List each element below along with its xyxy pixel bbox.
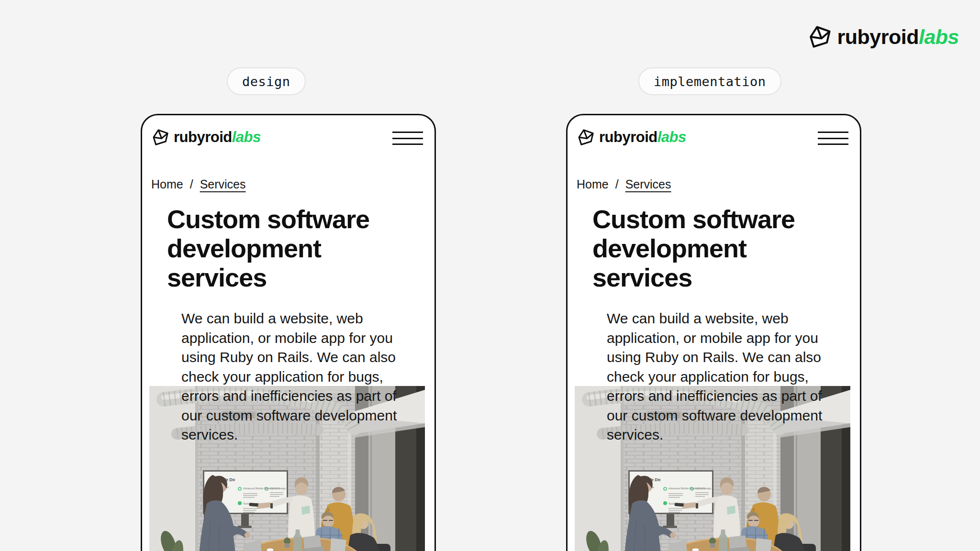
rubyroid-logo-icon <box>576 128 595 147</box>
design-label-text: design <box>242 74 290 89</box>
design-label: design <box>227 67 306 95</box>
phone-mockup-design: rubyroidlabs Home / Services Custom soft… <box>141 114 436 551</box>
breadcrumb-separator: / <box>615 177 619 191</box>
page-title: Custom software development services <box>592 205 841 292</box>
site-wordmark-black: rubyroid <box>599 129 657 145</box>
site-wordmark: rubyroidlabs <box>599 129 686 146</box>
intro-paragraph: We can build a website, web application,… <box>181 309 411 445</box>
rubyroid-logo-icon <box>151 128 170 147</box>
brand-wordmark-green: labs <box>919 25 959 48</box>
phone-mockup-implementation: rubyroidlabs Home / Services Custom soft… <box>566 114 861 551</box>
brand-wordmark-black: rubyroid <box>837 25 919 48</box>
breadcrumb: Home / Services <box>151 177 434 191</box>
breadcrumb-home-link[interactable]: Home <box>151 177 183 191</box>
breadcrumb-services-link[interactable]: Services <box>625 177 671 191</box>
brand-logo: rubyroidlabs <box>807 24 959 50</box>
site-logo[interactable]: rubyroidlabs <box>151 128 261 147</box>
site-wordmark: rubyroidlabs <box>174 129 261 146</box>
breadcrumb-separator: / <box>190 177 193 191</box>
comparison-canvas: rubyroidlabs design implementation rubyr… <box>0 0 980 551</box>
mobile-navbar: rubyroidlabs <box>142 115 434 147</box>
breadcrumb-services-link[interactable]: Services <box>200 177 246 191</box>
hamburger-menu-icon[interactable] <box>392 131 423 146</box>
site-wordmark-black: rubyroid <box>174 129 232 145</box>
site-logo[interactable]: rubyroidlabs <box>576 128 686 147</box>
rubyroid-logo-icon <box>807 24 833 50</box>
implementation-label: implementation <box>638 67 781 95</box>
page-title: Custom software development services <box>167 205 416 292</box>
intro-paragraph: We can build a website, web application,… <box>607 309 836 445</box>
site-wordmark-green: labs <box>232 129 261 145</box>
breadcrumb-home-link[interactable]: Home <box>577 177 609 191</box>
breadcrumb: Home / Services <box>577 177 860 191</box>
brand-wordmark: rubyroidlabs <box>837 25 959 49</box>
implementation-label-text: implementation <box>654 74 766 89</box>
mobile-navbar: rubyroidlabs <box>568 115 860 147</box>
hamburger-menu-icon[interactable] <box>818 131 848 146</box>
site-wordmark-green: labs <box>657 129 686 145</box>
